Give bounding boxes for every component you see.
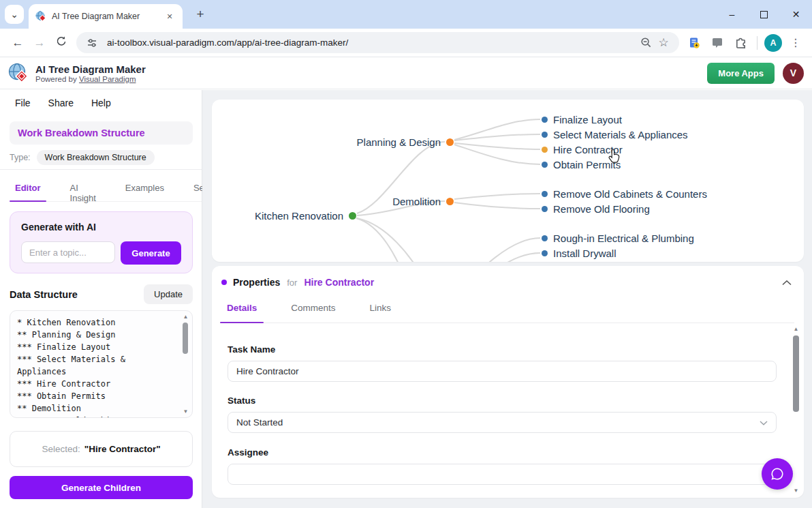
new-tab-button[interactable]: + — [191, 5, 209, 23]
node-dot — [542, 191, 548, 197]
menu-file[interactable]: File — [15, 98, 31, 108]
menu-help[interactable]: Help — [91, 98, 111, 108]
node-dot-selected — [542, 147, 548, 153]
tab-ai-insight[interactable]: AI Insight — [65, 179, 102, 201]
properties-tabs: Details Comments Links — [220, 297, 794, 323]
data-structure-scrollbar[interactable]: ▲ ▼ — [181, 314, 190, 415]
topic-input[interactable] — [21, 241, 115, 263]
update-button[interactable]: Update — [144, 284, 193, 304]
tab-comments[interactable]: Comments — [284, 297, 342, 323]
generate-button[interactable]: Generate — [121, 241, 181, 265]
toolbar-icons: A ⋮ — [685, 33, 805, 53]
tab-search-button[interactable]: ⌄ — [5, 5, 24, 24]
more-apps-button[interactable]: More Apps — [707, 63, 775, 84]
data-structure-editor[interactable]: * Kitchen Renovation ** Planning & Desig… — [10, 310, 193, 418]
site-settings-icon[interactable] — [83, 34, 101, 52]
tree-diagram-canvas[interactable]: Kitchen Renovation Planning & Design Dem… — [212, 100, 804, 262]
visual-paradigm-logo-icon — [8, 63, 29, 84]
node-dot — [446, 138, 454, 146]
forward-button[interactable]: → — [29, 32, 50, 54]
sidebar-divider — [0, 169, 202, 170]
node-dot — [446, 198, 454, 205]
user-avatar[interactable]: V — [783, 63, 804, 84]
assignee-input[interactable] — [228, 464, 777, 485]
minimize-button[interactable]: – — [716, 0, 748, 29]
tree-node-select-materials[interactable]: Select Materials & Appliances — [542, 127, 688, 142]
menu-bar: File Share Help — [15, 98, 111, 108]
tree-node-demolition[interactable]: Demolition — [392, 194, 454, 209]
node-dot — [542, 206, 548, 212]
scroll-up-icon[interactable]: ▲ — [181, 314, 190, 320]
site-favicon-icon — [35, 11, 46, 22]
browser-profile-avatar[interactable]: A — [764, 34, 782, 52]
bookmark-star-icon[interactable]: ☆ — [655, 34, 672, 52]
reload-button[interactable] — [50, 32, 72, 54]
mouse-cursor — [607, 149, 621, 166]
properties-for-label: for — [287, 278, 297, 288]
data-structure-header: Data Structure Update — [10, 284, 193, 304]
app-header: AI Tree Diagram Maker Powered by Visual … — [0, 57, 812, 89]
url-text[interactable]: ai-toolbox.visual-paradigm.com/app/ai-tr… — [107, 38, 637, 48]
task-name-label: Task Name — [228, 344, 777, 355]
app-titles: AI Tree Diagram Maker Powered by Visual … — [35, 63, 707, 83]
tab-details[interactable]: Details — [220, 297, 264, 323]
status-field: Status Not Started — [228, 395, 777, 433]
selected-value: "Hire Contractor" — [84, 444, 161, 454]
node-dot — [542, 117, 548, 123]
task-name-field: Task Name — [228, 344, 777, 382]
tab-editor[interactable]: Editor — [10, 179, 46, 201]
properties-header: Properties for Hire Contractor — [221, 274, 794, 290]
tree-node-planning-design[interactable]: Planning & Design — [357, 134, 454, 149]
app-title: AI Tree Diagram Maker — [35, 63, 707, 75]
visual-paradigm-link[interactable]: Visual Paradigm — [79, 75, 136, 83]
sidebar: File Share Help Work Breakdown Structure… — [0, 90, 202, 508]
back-button[interactable]: ← — [7, 32, 29, 54]
data-structure-text[interactable]: * Kitchen Renovation ** Planning & Desig… — [10, 311, 192, 417]
browser-tab[interactable]: AI Tree Diagram Maker ✕ — [29, 4, 183, 29]
window-controls: – ✕ — [716, 0, 812, 29]
tree-node-rough-in[interactable]: Rough-in Electrical & Plumbing — [542, 230, 694, 245]
tab-links[interactable]: Links — [363, 297, 399, 323]
document-title[interactable]: Work Breakdown Structure — [10, 121, 193, 145]
extensions-icon[interactable] — [731, 33, 750, 53]
sidebar-tabs: Editor AI Insight Examples Settings — [10, 179, 202, 202]
scrollbar-thumb[interactable] — [793, 335, 799, 412]
chat-fab-button[interactable] — [762, 458, 793, 490]
scroll-down-icon[interactable]: ▼ — [792, 488, 800, 494]
status-select[interactable]: Not Started — [228, 412, 777, 433]
tree-node-remove-cabinets[interactable]: Remove Old Cabinets & Counters — [542, 186, 707, 201]
scroll-up-icon[interactable]: ▲ — [792, 326, 800, 332]
task-name-input[interactable] — [228, 361, 777, 382]
type-label: Type: — [10, 153, 31, 162]
properties-title: Properties — [233, 277, 280, 288]
chat-bubble-icon — [770, 466, 785, 481]
scroll-down-icon[interactable]: ▼ — [181, 408, 190, 415]
properties-scrollbar[interactable]: ▲ ▼ — [792, 326, 800, 494]
properties-panel: Properties for Hire Contractor Details C… — [212, 266, 804, 498]
tab-title: AI Tree Diagram Maker — [52, 12, 163, 21]
selected-node-box: Selected: "Hire Contractor" — [10, 431, 193, 467]
tree-node-install-drywall[interactable]: Install Drywall — [542, 245, 616, 260]
generate-children-button[interactable]: Generate Children — [10, 476, 193, 499]
comment-icon[interactable] — [708, 33, 727, 53]
tab-close-icon[interactable]: ✕ — [163, 10, 176, 23]
tab-examples[interactable]: Examples — [120, 179, 170, 201]
tree-node-finalize-layout[interactable]: Finalize Layout — [542, 112, 622, 127]
browser-menu-icon[interactable]: ⋮ — [786, 33, 805, 53]
menu-share[interactable]: Share — [48, 98, 74, 108]
scrollbar-thumb[interactable] — [183, 323, 188, 354]
tree-node-kitchen-renovation[interactable]: Kitchen Renovation — [255, 208, 356, 223]
url-field[interactable]: ai-toolbox.visual-paradigm.com/app/ai-tr… — [76, 32, 679, 53]
type-value-chip[interactable]: Work Breakdown Structure — [37, 150, 155, 165]
browser-window: ⌄ AI Tree Diagram Maker ✕ + – ✕ ← → — [0, 0, 812, 508]
reading-list-icon[interactable] — [685, 33, 704, 53]
close-window-button[interactable]: ✕ — [780, 0, 812, 29]
zoom-out-icon[interactable] — [637, 34, 655, 52]
tree-node-remove-flooring[interactable]: Remove Old Flooring — [542, 201, 650, 216]
maximize-button[interactable] — [748, 0, 780, 29]
node-dot — [542, 250, 548, 256]
powered-by: Powered by Visual Paradigm — [35, 75, 707, 83]
collapse-panel-icon[interactable] — [779, 273, 794, 291]
selected-label: Selected: — [42, 444, 80, 454]
toolbar-divider — [757, 36, 758, 50]
